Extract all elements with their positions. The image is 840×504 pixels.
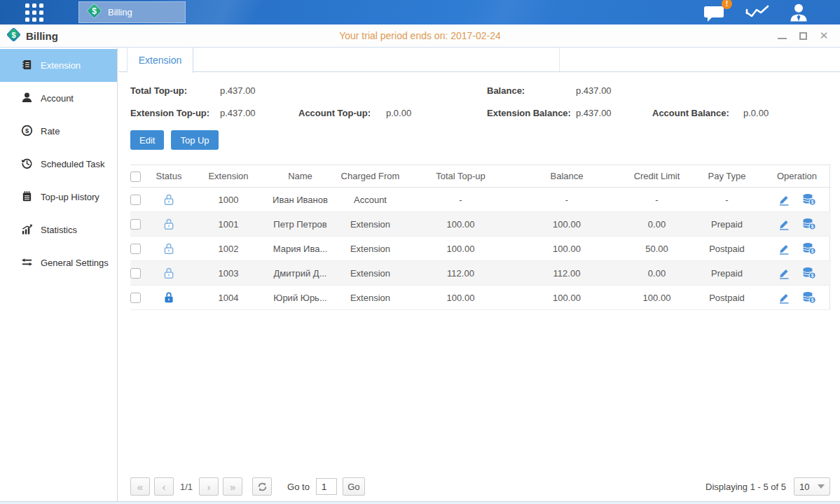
total-topup-cell: 100.00	[411, 237, 511, 261]
page-indicator: 1/1	[180, 482, 193, 492]
credit-limit-cell: 0.00	[623, 261, 691, 286]
operation-cell: $	[763, 212, 831, 237]
sidebar-item-topup-history[interactable]: Top-up History	[0, 181, 117, 214]
table-row[interactable]: 1002 Мария Ива... Extension 100.00 100.0…	[130, 237, 831, 261]
extension-cell: 1001	[186, 212, 270, 237]
edit-extension-icon[interactable]	[778, 194, 790, 206]
billing-app-tab[interactable]: $ Billing	[78, 1, 186, 23]
table-row[interactable]: 1003 Дмитрий Д... Extension 112.00 112.0…	[130, 261, 831, 286]
account-topup-value: p.0.00	[386, 108, 487, 118]
dollar-circle-icon: $	[21, 125, 33, 139]
edit-extension-icon[interactable]	[778, 267, 790, 279]
row-checkbox[interactable]	[130, 293, 141, 303]
topup-extension-icon[interactable]: $	[802, 242, 816, 255]
user-icon[interactable]	[788, 3, 809, 22]
col-total-topup: Total Top-up	[411, 165, 511, 188]
row-checkbox[interactable]	[130, 195, 141, 205]
topup-extension-icon[interactable]: $	[802, 218, 816, 230]
chat-icon[interactable]: !	[703, 3, 727, 22]
sidebar-item-extension[interactable]: Extension	[0, 49, 117, 82]
notebook-icon	[21, 59, 33, 73]
sidebar-nav: Extension Account $ Rate	[0, 48, 118, 501]
statistics-chart-icon	[21, 223, 33, 237]
minimize-icon[interactable]	[777, 31, 787, 41]
sidebar-item-general-settings[interactable]: General Settings	[0, 246, 117, 279]
extension-topup-label: Extension Top-up:	[130, 108, 220, 118]
apps-grid-icon[interactable]	[25, 4, 48, 22]
row-checkbox[interactable]	[130, 244, 141, 254]
svg-text:$: $	[811, 248, 814, 254]
pay-type-cell: -	[691, 188, 763, 212]
charged-from-cell: Extension	[330, 261, 411, 286]
col-credit-limit: Credit Limit	[623, 165, 691, 188]
sidebar-item-rate[interactable]: $ Rate	[0, 115, 117, 148]
sidebar-item-label: Rate	[41, 126, 60, 136]
next-page-button[interactable]: ›	[199, 477, 219, 496]
billing-window: $ Billing !	[0, 0, 840, 504]
pay-type-cell: Postpaid	[691, 286, 763, 310]
topup-extension-icon[interactable]: $	[802, 193, 816, 206]
balance-cell: -	[511, 188, 623, 212]
row-checkbox-cell	[130, 188, 151, 212]
status-unlocked-icon	[163, 242, 174, 255]
edit-extension-icon[interactable]	[778, 292, 790, 304]
credit-limit-cell: 100.00	[623, 286, 691, 310]
total-topup-label: Total Top-up:	[130, 85, 220, 96]
person-icon	[21, 92, 33, 106]
table-row[interactable]: 1000 Иван Иванов Account - - - - $	[130, 188, 831, 212]
select-all-checkbox[interactable]	[130, 172, 141, 182]
billing-app-tab-label: Billing	[108, 7, 132, 18]
account-balance-value: p.0.00	[743, 108, 824, 118]
status-cell	[151, 188, 186, 212]
tab-extension[interactable]: Extension	[127, 48, 193, 73]
total-topup-cell: 112.00	[411, 261, 511, 286]
row-checkbox-cell	[130, 237, 151, 261]
edit-button[interactable]: Edit	[130, 130, 164, 150]
topup-extension-icon[interactable]: $	[802, 267, 816, 279]
table-header-row: Status Extension Name Charged From Total…	[130, 165, 831, 188]
close-icon[interactable]: ✕	[819, 31, 829, 41]
maximize-icon[interactable]	[798, 31, 808, 41]
sidebar-item-scheduled-task[interactable]: Scheduled Task	[0, 148, 117, 181]
pay-type-cell: Postpaid	[691, 237, 763, 261]
displaying-text: Displaying 1 - 5 of 5	[705, 482, 786, 492]
credit-limit-cell: 50.00	[623, 237, 691, 261]
table-row[interactable]: 1001 Петр Петров Extension 100.00 100.00…	[130, 212, 831, 237]
last-page-button[interactable]: »	[223, 477, 242, 496]
page-size-select[interactable]: 10	[794, 477, 830, 496]
edit-extension-icon[interactable]	[778, 218, 790, 230]
goto-page-input[interactable]	[316, 478, 337, 495]
table-row[interactable]: 1004 Юрий Юрь... Extension 100.00 100.00…	[130, 286, 831, 310]
tab-strip-divider	[559, 48, 560, 71]
edit-extension-icon[interactable]	[778, 243, 790, 255]
row-checkbox[interactable]	[130, 219, 141, 230]
sidebar-item-label: Top-up History	[41, 192, 99, 202]
go-button[interactable]: Go	[343, 477, 365, 496]
trial-notice: Your trial period ends on: 2017-02-24	[0, 30, 840, 41]
col-pay-type: Pay Type	[691, 165, 763, 188]
status-cell	[151, 261, 186, 286]
first-page-button[interactable]: «	[130, 477, 150, 496]
top-up-button[interactable]: Top Up	[171, 130, 218, 150]
svg-text:$: $	[92, 6, 97, 16]
notification-badge: !	[722, 0, 732, 9]
page-size-value: 10	[799, 482, 809, 492]
sidebar-item-account[interactable]: Account	[0, 82, 117, 115]
name-cell: Юрий Юрь...	[270, 286, 330, 310]
prev-page-button[interactable]: ‹	[154, 477, 174, 496]
col-balance: Balance	[511, 165, 623, 188]
extension-topup-value: p.437.00	[220, 108, 298, 118]
line-chart-icon[interactable]	[745, 4, 769, 22]
topup-extension-icon[interactable]: $	[802, 291, 816, 304]
row-checkbox-cell	[130, 212, 151, 237]
svg-text:$: $	[811, 273, 814, 279]
sidebar-item-label: Statistics	[41, 225, 77, 235]
status-cell	[151, 237, 186, 261]
row-checkbox[interactable]	[130, 268, 141, 279]
col-name: Name	[270, 165, 330, 188]
summary-stats: Total Top-up: p.437.00 Balance: p.437.00…	[130, 85, 830, 118]
name-cell: Иван Иванов	[270, 188, 330, 212]
refresh-button[interactable]	[252, 477, 272, 496]
sidebar-item-statistics[interactable]: Statistics	[0, 214, 117, 246]
operation-cell: $	[763, 188, 831, 212]
